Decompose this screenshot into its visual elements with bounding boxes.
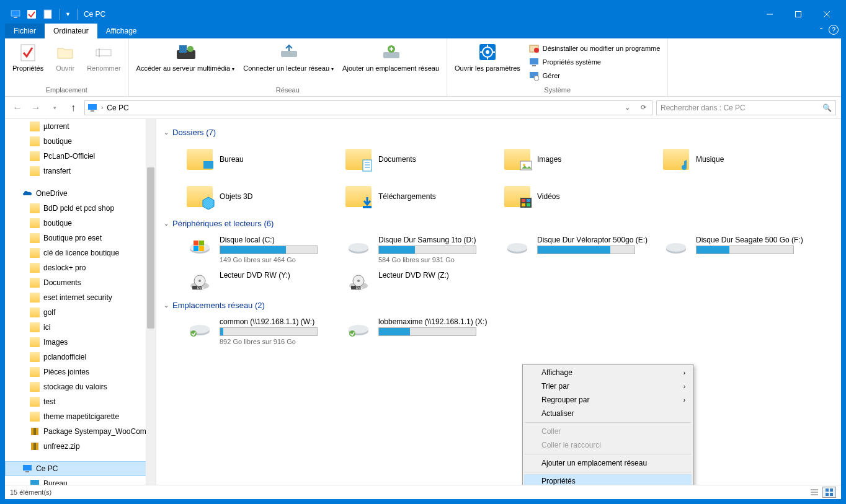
ribbon-addlocation-button[interactable]: Ajouter un emplacement réseau [339, 40, 443, 75]
svg-text:DVD: DVD [356, 286, 363, 290]
folder-item[interactable]: Documents [345, 141, 504, 178]
qat-dropdown-icon[interactable]: ▼ [65, 11, 71, 17]
ribbon-manage-button[interactable]: Gérer [525, 69, 664, 82]
drive-item[interactable]: DVDLecteur DVD RW (Z:) [345, 267, 504, 297]
tab-view[interactable]: Affichage [97, 24, 146, 38]
drive-usage-bar [696, 245, 794, 254]
tree-item[interactable]: OneDrive [5, 186, 156, 201]
drive-item[interactable]: Disque Dur Seagate 500 Go (F:) [662, 232, 821, 267]
ribbon-mapdrive-button[interactable]: Connecter un lecteur réseau ▾ [239, 40, 337, 75]
chevron-down-icon: ⌄ [164, 302, 169, 309]
ribbon-media-button[interactable]: Accéder au serveur multimédia ▾ [133, 40, 239, 75]
tree-scrollbar[interactable] [146, 119, 156, 485]
nav-up-button[interactable]: ↑ [66, 100, 81, 115]
view-icons-button[interactable] [822, 487, 836, 498]
folder-item[interactable]: Musique [662, 141, 821, 178]
network-drive-item[interactable]: common (\\192.168.1.1) (W:)892 Go libres… [186, 314, 345, 349]
drive-item[interactable]: Disque Dur Véloraptor 500go (E:) [504, 232, 662, 267]
content-pane[interactable]: ⌄Dossiers (7) BureauDocumentsImagesMusiq… [156, 119, 841, 485]
ribbon-properties-button[interactable]: Propriétés [9, 40, 47, 75]
svg-rect-56 [199, 241, 204, 245]
nav-back-button[interactable]: ← [10, 100, 25, 115]
tab-file[interactable]: Fichier [5, 24, 45, 38]
drive-label: Lecteur DVD RW (Z:) [378, 271, 494, 281]
minimize-button[interactable] [755, 5, 784, 24]
tree-item[interactable]: unfreez.zip [5, 439, 156, 454]
tree-item-label: golf [43, 308, 55, 317]
folder-item[interactable]: Vidéos [504, 178, 662, 215]
cm-group[interactable]: Regrouper par› [524, 393, 692, 407]
drive-label: Disque Dur Samsung 1to (D:) [378, 236, 494, 245]
ribbon-settings-button[interactable]: Ouvrir les paramètres [451, 40, 524, 75]
tree-item[interactable]: Pièces jointes [5, 365, 156, 379]
tree-item-label: PcLanD-Officiel [43, 152, 95, 161]
qat-properties-icon[interactable] [25, 7, 38, 21]
cm-sort[interactable]: Trier par› [524, 379, 692, 393]
tree-item[interactable]: Bureau [5, 476, 156, 485]
folder-item[interactable]: Téléchargements [345, 178, 504, 215]
tree-item[interactable]: pclandofficiel [5, 350, 156, 365]
tree-item[interactable]: clé de licence boutique [5, 245, 156, 260]
cm-add-network-location[interactable]: Ajouter un emplacement réseau [524, 456, 692, 470]
address-bar[interactable]: › Ce PC ⌄ ⟳ [84, 100, 652, 115]
tree-item[interactable]: deslock+ pro [5, 260, 156, 275]
cm-refresh[interactable]: Actualiser [524, 407, 692, 420]
network-drive-item[interactable]: lobbemaxime (\\192.168.1.1) (X:) [345, 314, 504, 349]
qat-doc-icon[interactable] [41, 7, 55, 21]
help-icon[interactable]: ? [829, 25, 839, 35]
tree-item[interactable]: ici [5, 320, 156, 335]
breadcrumb-item[interactable]: Ce PC [107, 104, 128, 112]
tree-item[interactable]: golf [5, 305, 156, 320]
tree-item[interactable]: stockage du valoirs [5, 379, 156, 394]
svg-rect-35 [33, 443, 36, 450]
tree-item[interactable]: Images [5, 335, 156, 350]
tree-item[interactable]: boutique [5, 134, 156, 149]
tab-computer[interactable]: Ordinateur [45, 24, 97, 38]
refresh-icon[interactable]: ⟳ [637, 104, 649, 112]
maximize-button[interactable] [784, 5, 813, 24]
ribbon-uninstall-button[interactable]: Désinstaller ou modifier un programme [525, 42, 664, 55]
nav-forward-button[interactable]: → [29, 100, 43, 115]
drive-label: Lecteur DVD RW (Y:) [220, 271, 335, 281]
drive-item[interactable]: Disque Dur Samsung 1to (D:)584 Go libres… [345, 232, 504, 267]
chevron-down-icon: ⌄ [164, 220, 169, 227]
status-bar: 15 élément(s) [5, 485, 841, 499]
tree-item[interactable]: PcLanD-Officiel [5, 149, 156, 164]
ribbon-sysprops-button[interactable]: Propriétés système [525, 56, 664, 68]
drive-free-label: 892 Go libres sur 916 Go [220, 338, 335, 345]
chevron-right-icon[interactable]: › [101, 104, 103, 111]
folder-item[interactable]: Images [504, 141, 662, 178]
tree-item[interactable]: Package Systempay_WooCommer [5, 424, 156, 439]
tree-item[interactable]: Ce PC [5, 461, 156, 476]
cm-properties[interactable]: Propriétés [524, 474, 692, 485]
tree-item[interactable]: µtorrent [5, 119, 156, 134]
svg-text:DVD: DVD [197, 286, 204, 290]
search-input[interactable]: Rechercher dans : Ce PC 🔍 [656, 100, 836, 115]
group-header-drives[interactable]: ⌄Périphériques et lecteurs (6) [161, 215, 841, 232]
group-header-folders[interactable]: ⌄Dossiers (7) [161, 124, 841, 141]
tree-item[interactable]: Boutique pro eset [5, 231, 156, 245]
tree-item[interactable]: test [5, 394, 156, 409]
navigation-tree[interactable]: µtorrentboutiquePcLanD-Officieltransfert… [5, 119, 156, 485]
nav-recent-button[interactable]: ▾ [47, 100, 62, 115]
folder-label: Objets 3D [220, 192, 252, 201]
folder-item[interactable]: Bureau [186, 141, 345, 178]
folder-item[interactable]: Objets 3D [186, 178, 345, 215]
tree-item[interactable]: theme mapetitcigarette [5, 409, 156, 424]
tree-item[interactable]: boutique [5, 216, 156, 231]
cm-view[interactable]: Affichage› [524, 366, 692, 379]
close-button[interactable] [813, 5, 841, 24]
group-header-network[interactable]: ⌄Emplacements réseau (2) [161, 297, 841, 314]
tree-item-label: clé de licence boutique [43, 249, 119, 257]
tree-item-label: stockage du valoirs [43, 382, 107, 391]
tree-item[interactable]: eset internet security [5, 290, 156, 305]
address-dropdown-icon[interactable]: ⌄ [621, 104, 633, 112]
view-details-button[interactable] [808, 487, 821, 498]
tree-item[interactable]: BdD pcld et pcd shop [5, 201, 156, 216]
tree-item[interactable]: Documents [5, 275, 156, 290]
ribbon-collapse-icon[interactable]: ⌃ [819, 27, 824, 33]
ribbon-tabs: Fichier Ordinateur Affichage ⌃ ? [5, 24, 841, 38]
tree-item[interactable]: transfert [5, 164, 156, 179]
drive-item[interactable]: DVDLecteur DVD RW (Y:) [186, 267, 345, 297]
drive-item[interactable]: Disque local (C:)149 Go libres sur 464 G… [186, 232, 345, 267]
